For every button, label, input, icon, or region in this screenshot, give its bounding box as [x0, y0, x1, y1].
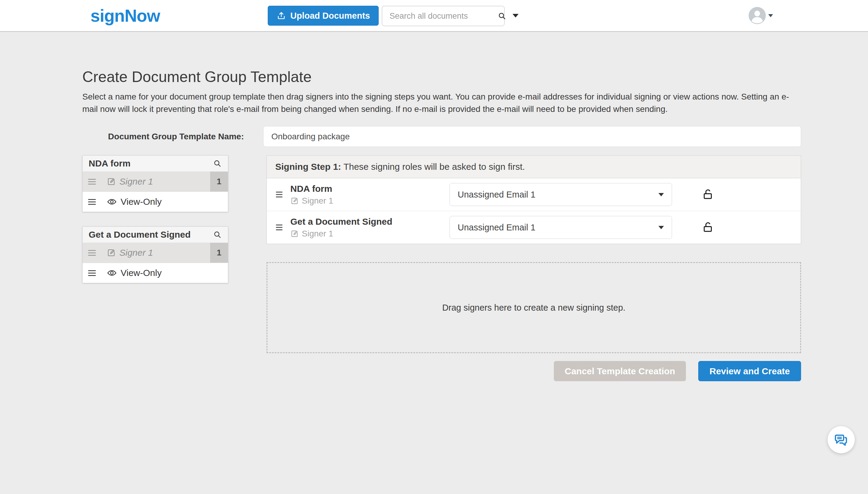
document-card-header: NDA form	[83, 156, 228, 172]
drag-handle-icon[interactable]	[88, 270, 96, 276]
cancel-template-button[interactable]: Cancel Template Creation	[554, 361, 686, 381]
edit-icon	[107, 177, 116, 186]
signing-step-rows: NDA form Signer 1 Unassigned Email 1	[267, 178, 801, 244]
eye-icon	[107, 268, 117, 278]
unlock-icon[interactable]	[701, 221, 714, 234]
dropzone-text: Drag signers here to create a new signin…	[442, 303, 625, 313]
search-input[interactable]	[382, 12, 496, 21]
view-only-row[interactable]: View-Only	[83, 263, 228, 283]
document-card-title: NDA form	[89, 158, 213, 169]
document-card-title: Get a Document Signed	[89, 229, 213, 240]
documents-column: NDA form Signer 1 1	[82, 155, 228, 283]
drag-handle-icon[interactable]	[276, 225, 283, 230]
action-buttons: Cancel Template Creation Review and Crea…	[267, 361, 801, 381]
search-options-caret-icon[interactable]	[513, 14, 519, 18]
step-doc: Get a Document Signed Signer 1	[290, 216, 392, 239]
chat-fab-button[interactable]	[828, 426, 855, 453]
drag-handle-icon[interactable]	[88, 179, 96, 185]
chevron-down-icon	[658, 193, 664, 196]
chevron-down-icon	[658, 226, 664, 229]
signing-step-row: NDA form Signer 1 Unassigned Email 1	[267, 178, 801, 211]
search-icon[interactable]	[213, 159, 222, 168]
top-bar: signNow Upload Documents	[0, 0, 868, 32]
signer-label: Signer 1	[119, 248, 153, 258]
email-dropdown-value: Unassigned Email 1	[450, 190, 658, 200]
template-name-label: Document Group Template Name:	[82, 132, 244, 141]
page-title: Create Document Group Template	[82, 32, 801, 86]
signer-row[interactable]: Signer 1 1	[83, 172, 228, 191]
template-name-input[interactable]	[263, 126, 801, 147]
document-card-get-signed: Get a Document Signed Signer 1 1	[82, 227, 228, 283]
chevron-down-icon	[768, 14, 773, 17]
drag-handle-icon[interactable]	[88, 199, 96, 205]
view-only-label: View-Only	[121, 197, 161, 207]
document-card-header: Get a Document Signed	[83, 227, 228, 243]
review-and-create-button[interactable]: Review and Create	[698, 361, 801, 381]
avatar	[749, 7, 766, 24]
brand-logo[interactable]: signNow	[91, 6, 160, 26]
signer-label: Signer 1	[119, 176, 153, 187]
edit-icon	[290, 197, 299, 205]
account-menu[interactable]	[749, 7, 773, 24]
search-box	[382, 6, 505, 26]
search-icon[interactable]	[498, 12, 506, 20]
step-doc-title: Get a Document Signed	[290, 216, 392, 227]
unlock-icon[interactable]	[701, 188, 714, 201]
signer-count-badge: 1	[210, 172, 228, 191]
signing-step-row: Get a Document Signed Signer 1 Unassigne…	[267, 211, 801, 244]
view-only-label: View-Only	[121, 268, 161, 278]
email-dropdown-value: Unassigned Email 1	[450, 223, 658, 232]
document-card-nda: NDA form Signer 1 1	[82, 155, 228, 212]
signing-steps-column: Signing Step 1: These signing roles will…	[267, 155, 801, 381]
step-role-label: Signer 1	[302, 229, 333, 239]
signing-step-header: Signing Step 1: These signing roles will…	[267, 155, 801, 178]
chat-icon	[834, 433, 848, 447]
drag-handle-icon[interactable]	[88, 250, 96, 256]
new-step-dropzone[interactable]: Drag signers here to create a new signin…	[267, 262, 801, 353]
upload-icon	[276, 11, 286, 20]
page-description: Select a name for your document group te…	[82, 91, 801, 115]
step-role-label: Signer 1	[302, 196, 333, 206]
signer-row[interactable]: Signer 1 1	[83, 243, 228, 263]
edit-icon	[107, 248, 116, 257]
template-name-row: Document Group Template Name:	[82, 126, 801, 147]
signer-count-badge: 1	[210, 243, 228, 263]
upload-documents-button[interactable]: Upload Documents	[268, 6, 379, 26]
search-icon[interactable]	[213, 230, 222, 239]
step-doc: NDA form Signer 1	[290, 183, 333, 206]
upload-button-label: Upload Documents	[290, 11, 370, 21]
signing-step-title: Signing Step 1:	[275, 162, 341, 172]
step-doc-title: NDA form	[290, 183, 333, 194]
view-only-row[interactable]: View-Only	[83, 191, 228, 212]
eye-icon	[107, 197, 117, 207]
email-dropdown[interactable]: Unassigned Email 1	[449, 216, 672, 239]
drag-handle-icon[interactable]	[276, 192, 283, 197]
signing-step-subtitle: These signing roles will be asked to sig…	[341, 162, 525, 172]
content: Create Document Group Template Select a …	[0, 32, 801, 381]
edit-icon	[290, 229, 299, 238]
email-dropdown[interactable]: Unassigned Email 1	[449, 183, 672, 206]
